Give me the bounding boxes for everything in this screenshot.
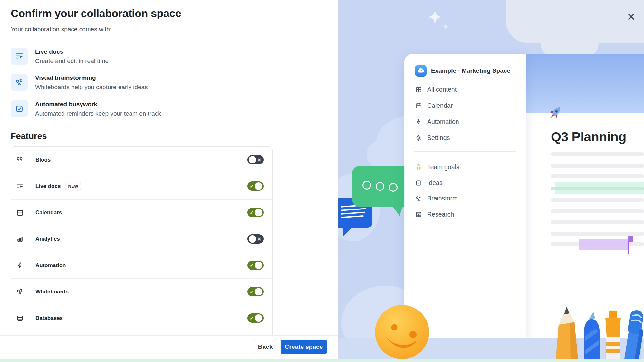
create-space-button[interactable]: Create space — [281, 340, 327, 354]
highlight-visual-brainstorming: Visual brainstorming Whiteboards help yo… — [11, 74, 236, 91]
feature-label: Blogs — [35, 157, 51, 163]
feature-row-databases: Databases ✓ — [11, 305, 272, 331]
sparkle-icon — [427, 9, 443, 27]
sidebar-item-all-content: All content — [415, 81, 518, 97]
sparkle-icon — [442, 23, 449, 30]
gear-icon — [415, 134, 422, 142]
sidebar-item-label: All content — [427, 86, 457, 93]
analytics-toggle[interactable]: ✕ — [247, 234, 264, 244]
table-icon — [415, 211, 422, 218]
feature-label: Calendars — [35, 209, 62, 216]
skeleton-line — [551, 220, 644, 224]
typing-dot — [389, 183, 398, 192]
speech-bubble-tail — [339, 227, 354, 237]
sidebar-item-label: Brainstorm — [427, 195, 457, 202]
highlight-title: Live docs — [35, 48, 109, 55]
sidebar-item-label: Automation — [427, 118, 459, 125]
highlight-description: Automated reminders keep your team on tr… — [35, 110, 161, 117]
space-header: Example - Marketing Space — [415, 65, 510, 77]
raising-hands-icon — [415, 163, 422, 171]
live-docs-toggle[interactable]: ✓ — [247, 181, 264, 191]
shapes-icon — [16, 288, 24, 296]
skeleton-line — [551, 164, 644, 168]
page-cover-banner — [526, 54, 644, 113]
features-heading: Features — [11, 131, 47, 141]
x-icon: ✕ — [256, 157, 262, 162]
calendar-icon — [16, 209, 24, 217]
highlight-title: Visual brainstorming — [35, 74, 148, 81]
close-icon: ✕ — [627, 11, 636, 23]
glue-stick-icon — [605, 311, 621, 359]
sidebar-item-team-goals: Team goals — [415, 159, 518, 175]
feature-label: Analytics — [35, 236, 60, 242]
space-name: Example - Marketing Space — [431, 67, 510, 74]
sidebar-item-automation: Automation — [415, 114, 518, 130]
typing-dot — [376, 182, 384, 191]
speech-bubble-tail — [390, 206, 405, 217]
lightning-icon — [415, 118, 422, 125]
typing-dot — [362, 181, 371, 190]
databases-toggle[interactable]: ✓ — [247, 313, 264, 323]
highlight-live-docs: Live docs Create and edit in real time — [11, 48, 236, 65]
bar-chart-icon — [16, 235, 24, 243]
feature-row-calendars: Calendars ✓ — [11, 200, 272, 226]
space-preview-illustration: Q3 Planning Example - Marketing Space — [338, 0, 644, 362]
skeleton-line — [551, 198, 644, 202]
check-icon: ✓ — [249, 289, 255, 294]
new-badge: NEW — [65, 182, 81, 190]
sidebar-item-settings: Settings — [415, 130, 518, 146]
bottom-accent-strip — [0, 359, 644, 362]
toggle-knob — [255, 288, 262, 295]
space-avatar-cloud-icon — [415, 65, 427, 77]
toggle-knob — [255, 262, 262, 269]
dialog-footer: Back Create space — [0, 335, 338, 359]
toggle-knob — [249, 235, 256, 243]
skeleton-line — [551, 152, 644, 156]
feature-row-automation: Automation ✓ — [11, 252, 272, 279]
space-setup-dialog: Confirm your collaboration space Your co… — [0, 0, 644, 362]
feature-row-blogs: Blogs ✕ — [11, 147, 272, 173]
sidebar-item-label: Calendar — [427, 102, 453, 109]
highlight-automated-busywork: Automated busywork Automated reminders k… — [11, 100, 236, 117]
sidebar-item-label: Settings — [427, 134, 450, 142]
back-button[interactable]: Back — [254, 340, 277, 354]
pencil-icon — [556, 307, 578, 359]
skeleton-line — [551, 209, 644, 213]
rocket-icon — [546, 104, 564, 122]
toggle-knob — [255, 314, 262, 322]
check-icon: ✓ — [249, 316, 255, 321]
skeleton-line — [551, 232, 644, 236]
automation-toggle[interactable]: ✓ — [247, 261, 264, 270]
stationery-illustration — [547, 302, 644, 360]
check-icon: ✓ — [249, 263, 255, 268]
live-docs-icon — [16, 182, 24, 190]
grid-icon — [415, 86, 422, 93]
close-button[interactable]: ✕ — [624, 10, 638, 24]
sidebar-item-label: Research — [427, 211, 454, 218]
page-title: Confirm your collaboration space — [11, 7, 181, 20]
blogs-toggle[interactable]: ✕ — [247, 155, 264, 164]
lightning-icon — [16, 262, 24, 269]
collaborator-cursor-flag — [628, 236, 633, 242]
marker-icon — [584, 312, 600, 359]
sidebar-item-brainstorm: Brainstorm — [415, 190, 518, 206]
check-icon: ✓ — [249, 184, 255, 189]
toggle-knob — [249, 156, 256, 163]
skeleton-line — [551, 187, 644, 190]
calendars-toggle[interactable]: ✓ — [247, 208, 264, 217]
feature-label: Live docs — [35, 183, 61, 190]
highlight-title: Automated busywork — [35, 101, 161, 108]
checkbox-icon — [11, 100, 28, 117]
feature-row-analytics: Analytics ✕ — [11, 226, 272, 252]
cloud — [541, 30, 599, 57]
live-docs-icon — [11, 48, 28, 65]
highlight-description: Whiteboards help you capture early ideas — [35, 84, 148, 91]
check-icon: ✓ — [249, 210, 255, 215]
sidebar-item-research: Research — [415, 206, 518, 222]
sidebar-divider — [414, 151, 516, 152]
sidebar-item-label: Team goals — [427, 163, 459, 171]
highlight-description: Create and edit in real time — [35, 58, 109, 65]
whiteboards-toggle[interactable]: ✓ — [247, 287, 264, 296]
quote-icon — [16, 156, 24, 164]
dialog-subtitle: Your collaboration space comes with: — [11, 26, 111, 33]
